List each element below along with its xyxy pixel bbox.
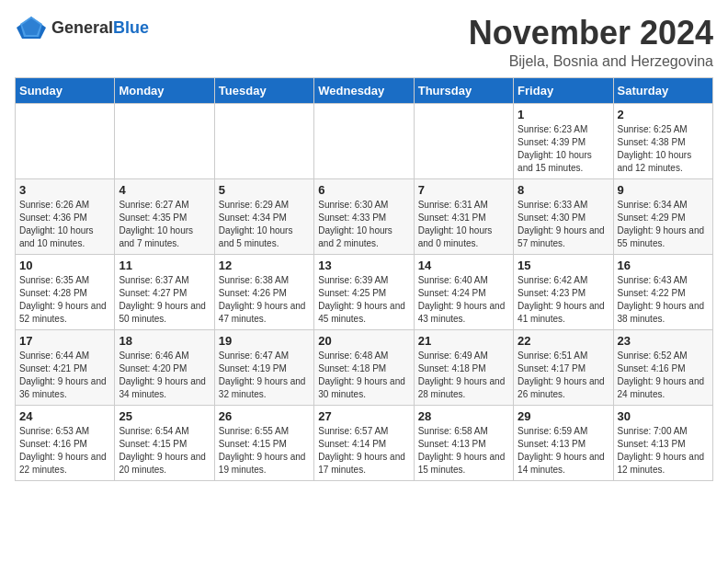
calendar-cell: [16, 103, 115, 178]
day-number: 4: [119, 183, 210, 197]
day-number: 10: [19, 259, 110, 272]
calendar-table: SundayMondayTuesdayWednesdayThursdayFrid…: [15, 77, 713, 481]
day-info: Sunrise: 6:29 AM Sunset: 4:34 PM Dayligh…: [219, 199, 310, 250]
day-info: Sunrise: 6:51 AM Sunset: 4:17 PM Dayligh…: [518, 350, 609, 401]
calendar-cell: 15Sunrise: 6:42 AM Sunset: 4:23 PM Dayli…: [514, 254, 613, 329]
day-number: 15: [518, 259, 609, 272]
weekday-header-row: SundayMondayTuesdayWednesdayThursdayFrid…: [16, 77, 713, 103]
day-info: Sunrise: 6:27 AM Sunset: 4:35 PM Dayligh…: [119, 199, 210, 250]
day-info: Sunrise: 6:39 AM Sunset: 4:25 PM Dayligh…: [318, 274, 409, 326]
calendar-cell: 6Sunrise: 6:30 AM Sunset: 4:33 PM Daylig…: [314, 178, 414, 254]
day-number: 8: [518, 183, 609, 197]
month-title: November 2024: [469, 15, 713, 52]
calendar-cell: 27Sunrise: 6:57 AM Sunset: 4:14 PM Dayli…: [314, 405, 414, 480]
weekday-header: Friday: [514, 77, 613, 103]
calendar-cell: 9Sunrise: 6:34 AM Sunset: 4:29 PM Daylig…: [613, 178, 712, 254]
calendar-cell: 14Sunrise: 6:40 AM Sunset: 4:24 PM Dayli…: [414, 254, 513, 329]
calendar-cell: [214, 103, 313, 178]
calendar-cell: 18Sunrise: 6:46 AM Sunset: 4:20 PM Dayli…: [115, 329, 214, 405]
calendar-cell: 21Sunrise: 6:49 AM Sunset: 4:18 PM Dayli…: [414, 329, 513, 405]
day-number: 3: [19, 183, 110, 197]
calendar-cell: [115, 103, 214, 178]
day-info: Sunrise: 6:31 AM Sunset: 4:31 PM Dayligh…: [418, 199, 509, 250]
weekday-header: Thursday: [414, 77, 513, 103]
calendar-week-row: 3Sunrise: 6:26 AM Sunset: 4:36 PM Daylig…: [16, 178, 713, 254]
calendar-cell: 8Sunrise: 6:33 AM Sunset: 4:30 PM Daylig…: [514, 178, 613, 254]
weekday-header: Sunday: [16, 77, 115, 103]
day-number: 17: [19, 334, 110, 348]
day-number: 25: [119, 409, 210, 423]
day-number: 13: [318, 259, 409, 272]
day-number: 22: [518, 334, 609, 348]
day-info: Sunrise: 6:49 AM Sunset: 4:18 PM Dayligh…: [418, 350, 509, 401]
calendar-cell: 28Sunrise: 6:58 AM Sunset: 4:13 PM Dayli…: [414, 405, 513, 480]
weekday-header: Monday: [115, 77, 214, 103]
calendar-cell: 22Sunrise: 6:51 AM Sunset: 4:17 PM Dayli…: [514, 329, 613, 405]
weekday-header: Saturday: [613, 77, 712, 103]
calendar-cell: 29Sunrise: 6:59 AM Sunset: 4:13 PM Dayli…: [514, 405, 613, 480]
day-number: 23: [618, 334, 709, 348]
day-number: 30: [618, 409, 709, 423]
day-number: 28: [418, 409, 509, 423]
logo: GeneralBlue: [15, 15, 149, 40]
day-info: Sunrise: 6:58 AM Sunset: 4:13 PM Dayligh…: [418, 425, 509, 477]
calendar-cell: 5Sunrise: 6:29 AM Sunset: 4:34 PM Daylig…: [214, 178, 313, 254]
day-info: Sunrise: 6:38 AM Sunset: 4:26 PM Dayligh…: [219, 274, 310, 326]
calendar-week-row: 17Sunrise: 6:44 AM Sunset: 4:21 PM Dayli…: [16, 329, 713, 405]
day-info: Sunrise: 6:33 AM Sunset: 4:30 PM Dayligh…: [518, 199, 609, 250]
calendar-cell: 23Sunrise: 6:52 AM Sunset: 4:16 PM Dayli…: [613, 329, 712, 405]
day-info: Sunrise: 6:25 AM Sunset: 4:38 PM Dayligh…: [618, 123, 709, 175]
logo-text-general: General: [51, 18, 113, 37]
day-info: Sunrise: 6:35 AM Sunset: 4:28 PM Dayligh…: [19, 274, 110, 326]
day-number: 12: [219, 259, 310, 272]
title-block: November 2024 Bijela, Bosnia and Herzego…: [469, 15, 713, 70]
calendar-cell: 12Sunrise: 6:38 AM Sunset: 4:26 PM Dayli…: [214, 254, 313, 329]
day-number: 6: [318, 183, 409, 197]
day-number: 29: [518, 409, 609, 423]
day-number: 1: [518, 108, 609, 121]
calendar-week-row: 24Sunrise: 6:53 AM Sunset: 4:16 PM Dayli…: [16, 405, 713, 480]
calendar-week-row: 10Sunrise: 6:35 AM Sunset: 4:28 PM Dayli…: [16, 254, 713, 329]
day-info: Sunrise: 6:54 AM Sunset: 4:15 PM Dayligh…: [119, 425, 210, 477]
day-info: Sunrise: 6:46 AM Sunset: 4:20 PM Dayligh…: [119, 350, 210, 401]
day-info: Sunrise: 6:52 AM Sunset: 4:16 PM Dayligh…: [618, 350, 709, 401]
day-info: Sunrise: 6:26 AM Sunset: 4:36 PM Dayligh…: [19, 199, 110, 250]
calendar-cell: 19Sunrise: 6:47 AM Sunset: 4:19 PM Dayli…: [214, 329, 313, 405]
calendar-cell: [314, 103, 414, 178]
day-number: 20: [318, 334, 409, 348]
day-number: 11: [119, 259, 210, 272]
logo-text-blue: Blue: [113, 18, 149, 37]
calendar-cell: 7Sunrise: 6:31 AM Sunset: 4:31 PM Daylig…: [414, 178, 513, 254]
calendar-cell: 11Sunrise: 6:37 AM Sunset: 4:27 PM Dayli…: [115, 254, 214, 329]
day-info: Sunrise: 6:48 AM Sunset: 4:18 PM Dayligh…: [318, 350, 409, 401]
day-number: 26: [219, 409, 310, 423]
day-number: 2: [618, 108, 709, 121]
location-subtitle: Bijela, Bosnia and Herzegovina: [469, 53, 713, 70]
page-header: GeneralBlue November 2024 Bijela, Bosnia…: [15, 15, 713, 70]
day-info: Sunrise: 6:47 AM Sunset: 4:19 PM Dayligh…: [219, 350, 310, 401]
day-number: 9: [618, 183, 709, 197]
day-info: Sunrise: 6:43 AM Sunset: 4:22 PM Dayligh…: [618, 274, 709, 326]
weekday-header: Wednesday: [314, 77, 414, 103]
day-info: Sunrise: 6:59 AM Sunset: 4:13 PM Dayligh…: [518, 425, 609, 477]
day-info: Sunrise: 6:34 AM Sunset: 4:29 PM Dayligh…: [618, 199, 709, 250]
calendar-cell: 30Sunrise: 7:00 AM Sunset: 4:13 PM Dayli…: [613, 405, 712, 480]
calendar-cell: 24Sunrise: 6:53 AM Sunset: 4:16 PM Dayli…: [16, 405, 115, 480]
day-number: 14: [418, 259, 509, 272]
calendar-cell: 25Sunrise: 6:54 AM Sunset: 4:15 PM Dayli…: [115, 405, 214, 480]
day-info: Sunrise: 6:53 AM Sunset: 4:16 PM Dayligh…: [19, 425, 110, 477]
calendar-cell: 13Sunrise: 6:39 AM Sunset: 4:25 PM Dayli…: [314, 254, 414, 329]
day-number: 16: [618, 259, 709, 272]
day-number: 24: [19, 409, 110, 423]
day-info: Sunrise: 6:42 AM Sunset: 4:23 PM Dayligh…: [518, 274, 609, 326]
day-info: Sunrise: 6:44 AM Sunset: 4:21 PM Dayligh…: [19, 350, 110, 401]
calendar-week-row: 1Sunrise: 6:23 AM Sunset: 4:39 PM Daylig…: [16, 103, 713, 178]
calendar-cell: 10Sunrise: 6:35 AM Sunset: 4:28 PM Dayli…: [16, 254, 115, 329]
day-info: Sunrise: 6:57 AM Sunset: 4:14 PM Dayligh…: [318, 425, 409, 477]
day-info: Sunrise: 6:23 AM Sunset: 4:39 PM Dayligh…: [518, 123, 609, 175]
day-info: Sunrise: 7:00 AM Sunset: 4:13 PM Dayligh…: [618, 425, 709, 477]
day-info: Sunrise: 6:55 AM Sunset: 4:15 PM Dayligh…: [219, 425, 310, 477]
calendar-cell: 2Sunrise: 6:25 AM Sunset: 4:38 PM Daylig…: [613, 103, 712, 178]
day-number: 21: [418, 334, 509, 348]
day-number: 18: [119, 334, 210, 348]
